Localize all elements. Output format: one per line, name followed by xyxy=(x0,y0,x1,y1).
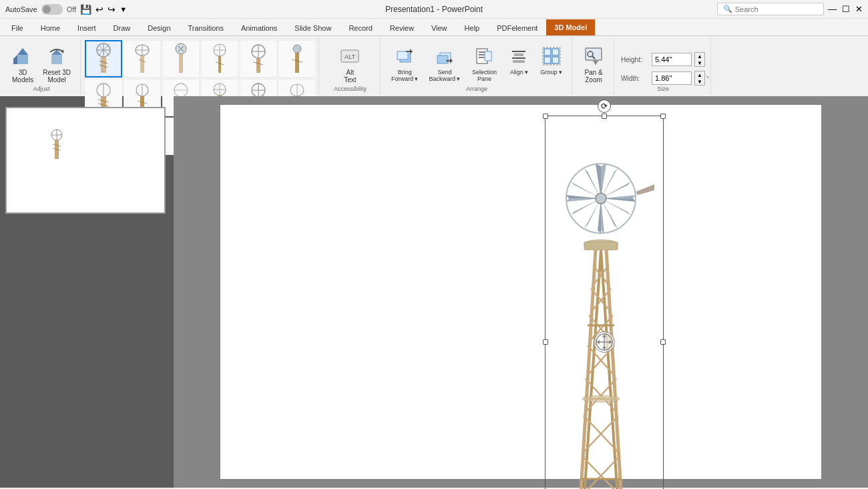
width-down-arrow[interactable]: ▼ xyxy=(695,78,704,85)
view-cell-1[interactable] xyxy=(124,40,161,77)
handle-mid-left[interactable] xyxy=(543,339,548,345)
slide-thumbnail-1[interactable] xyxy=(5,107,166,214)
windmill-thumb-4 xyxy=(245,43,272,74)
group-icon xyxy=(541,45,562,67)
svg-point-33 xyxy=(293,45,301,53)
ribbon-content: 3DModels Reset 3DModel Adjust xyxy=(0,36,868,96)
view-cell-0[interactable] xyxy=(85,40,122,77)
3d-models-icon xyxy=(12,45,33,67)
alt-text-label: AltText xyxy=(344,69,356,84)
handle-top-center[interactable] xyxy=(602,114,607,119)
tab-3d-model[interactable]: 3D Model xyxy=(546,19,595,35)
adjust-group: 3DModels Reset 3DModel Adjust xyxy=(3,37,81,95)
tab-pdfelement[interactable]: PDFelement xyxy=(488,19,546,35)
bring-forward-button[interactable]: BringForward ▾ xyxy=(387,43,423,85)
height-down-arrow[interactable]: ▼ xyxy=(695,59,704,66)
send-backward-button[interactable]: SendBackward ▾ xyxy=(425,43,464,85)
height-spinner[interactable]: ▲ ▼ xyxy=(694,52,705,67)
rotate-handle[interactable]: ⟳ xyxy=(598,100,611,113)
tab-draw[interactable]: Draw xyxy=(105,19,140,35)
tab-help[interactable]: Help xyxy=(456,19,489,35)
height-label: Height: xyxy=(621,56,649,63)
width-spinner[interactable]: ▲ ▼ xyxy=(694,71,705,86)
handle-mid-right[interactable] xyxy=(660,339,666,345)
views-group xyxy=(82,37,319,95)
pan-orbit-handle[interactable] xyxy=(594,331,615,353)
minimize-button[interactable]: — xyxy=(828,4,837,14)
group-button[interactable]: Group ▾ xyxy=(536,43,566,78)
alt-text-button[interactable]: ALT AltText xyxy=(335,43,365,86)
search-input[interactable] xyxy=(735,5,815,13)
group-label: Group ▾ xyxy=(540,69,562,75)
pan-zoom-group: Pan &Zoom xyxy=(574,37,614,95)
canvas-area: ⟳ xyxy=(174,96,868,488)
view-cell-3[interactable] xyxy=(201,40,238,77)
tab-transitions[interactable]: Transitions xyxy=(180,19,232,35)
svg-rect-0 xyxy=(17,55,28,64)
svg-rect-31 xyxy=(256,58,260,73)
selection-pane-button[interactable]: SelectionPane xyxy=(467,43,501,85)
toggle-dot xyxy=(43,5,51,13)
more-tools-button[interactable]: ▼ xyxy=(120,5,127,13)
view-cell-5[interactable] xyxy=(278,40,316,77)
main-area: 1 ⟳ xyxy=(0,96,868,488)
pan-zoom-button[interactable]: Pan &Zoom xyxy=(579,43,608,86)
align-icon xyxy=(508,45,529,67)
view-cell-4[interactable] xyxy=(240,40,277,77)
height-up-arrow[interactable]: ▲ xyxy=(695,53,704,59)
maximize-button[interactable]: ☐ xyxy=(842,4,850,14)
tab-view[interactable]: View xyxy=(423,19,456,35)
windmill-thumb-3 xyxy=(206,43,233,74)
adjust-label: Adjust xyxy=(3,86,80,92)
svg-marker-1 xyxy=(17,48,28,55)
3d-models-label: 3DModels xyxy=(12,69,33,84)
handle-top-left[interactable] xyxy=(543,114,548,119)
slide-item-1[interactable]: 1 xyxy=(5,107,168,214)
svg-rect-97 xyxy=(552,49,559,55)
width-up-arrow[interactable]: ▲ xyxy=(695,71,704,78)
pan-zoom-buttons: Pan &Zoom xyxy=(579,40,608,92)
tab-insert[interactable]: Insert xyxy=(69,19,105,35)
align-button[interactable]: Align ▾ xyxy=(504,43,533,78)
svg-rect-82 xyxy=(397,51,408,59)
tab-slideshow[interactable]: Slide Show xyxy=(286,19,340,35)
tab-record[interactable]: Record xyxy=(340,19,381,35)
autosave-toggle[interactable] xyxy=(41,4,63,15)
tab-review[interactable]: Review xyxy=(381,19,423,35)
svg-marker-2 xyxy=(13,55,17,64)
save-button[interactable]: 💾 xyxy=(80,4,91,15)
svg-rect-93 xyxy=(514,53,523,56)
tab-file[interactable]: File xyxy=(3,19,32,35)
accessibility-group: ALT AltText Accessibility xyxy=(320,37,381,95)
tab-home[interactable]: Home xyxy=(32,19,69,35)
svg-rect-17 xyxy=(140,55,144,73)
handle-top-right[interactable] xyxy=(660,114,666,119)
slide-panel: 1 xyxy=(0,96,174,488)
size-label: Size xyxy=(616,86,710,92)
alt-text-icon: ALT xyxy=(339,45,361,67)
tab-design[interactable]: Design xyxy=(139,19,179,35)
svg-rect-99 xyxy=(552,57,559,63)
bring-forward-icon xyxy=(394,45,415,67)
size-group: Height: ▲ ▼ Width: ▲ ▼ Size ⌝ xyxy=(616,37,711,95)
undo-button[interactable]: ↩ xyxy=(95,4,103,15)
view-cell-2[interactable] xyxy=(162,40,200,77)
height-row: Height: ▲ ▼ xyxy=(621,52,705,67)
height-input[interactable] xyxy=(652,53,692,66)
reset-3d-button[interactable]: Reset 3DModel xyxy=(39,43,75,86)
windmill-thumb-5 xyxy=(284,43,310,74)
bring-forward-label: BringForward ▾ xyxy=(391,69,419,82)
slide-canvas[interactable]: ⟳ xyxy=(220,105,821,479)
svg-rect-85 xyxy=(437,55,448,63)
3d-model-container[interactable]: ⟳ xyxy=(548,118,661,489)
width-input[interactable] xyxy=(652,71,692,85)
close-button[interactable]: ✕ xyxy=(855,4,863,14)
tab-animations[interactable]: Animations xyxy=(232,19,286,35)
3d-models-button[interactable]: 3DModels xyxy=(8,43,37,86)
accessibility-buttons: ALT AltText xyxy=(335,40,365,92)
autosave-state: Off xyxy=(67,5,76,13)
reset-3d-label: Reset 3DModel xyxy=(43,69,71,84)
redo-button[interactable]: ↪ xyxy=(107,4,116,15)
size-dialog-launcher[interactable]: ⌝ xyxy=(706,75,709,83)
adjust-buttons: 3DModels Reset 3DModel xyxy=(8,40,75,92)
